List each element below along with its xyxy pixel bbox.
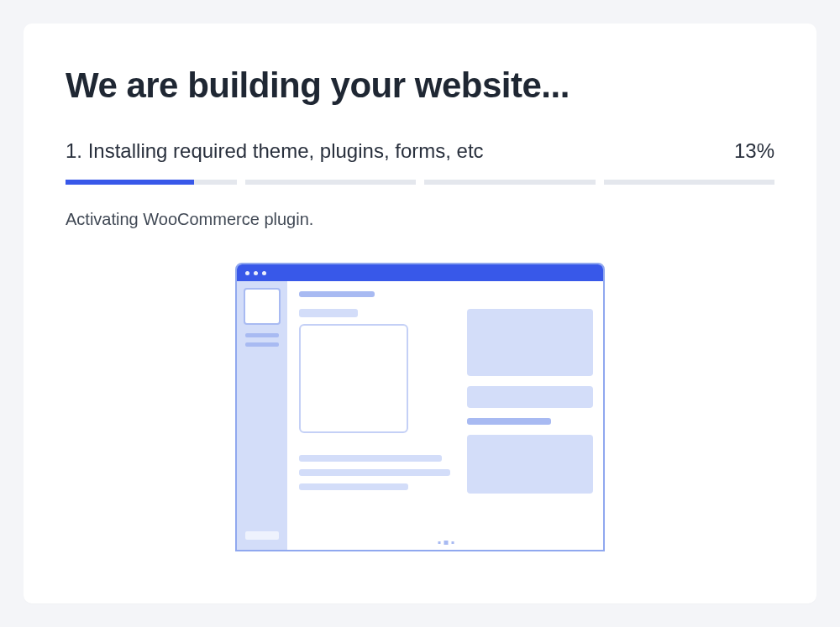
mock-text-line	[299, 455, 442, 462]
mock-content-left	[299, 309, 450, 498]
progress-segment-1	[66, 180, 237, 185]
mock-sidebar	[237, 281, 287, 550]
window-dot-icon	[245, 271, 249, 275]
progress-segment-3	[424, 180, 596, 185]
progress-bar	[66, 180, 774, 185]
mock-main	[287, 281, 605, 550]
status-message: Activating WooCommerce plugin.	[66, 210, 774, 229]
page-title: We are building your website...	[66, 65, 774, 106]
mock-text-line	[299, 469, 450, 476]
mock-sidebar-line	[245, 342, 279, 347]
build-progress-card: We are building your website... 1. Insta…	[24, 24, 816, 603]
mock-content-right	[467, 309, 593, 498]
mock-sidebar-footer	[245, 531, 279, 540]
step-row: 1. Installing required theme, plugins, f…	[66, 139, 774, 163]
mock-image-placeholder	[299, 324, 408, 433]
mock-text-line	[467, 418, 551, 425]
mock-window-titlebar	[237, 264, 603, 281]
window-dot-icon	[254, 271, 258, 275]
step-percent: 13%	[734, 139, 774, 163]
mock-widget	[467, 309, 593, 376]
progress-fill	[66, 180, 194, 185]
progress-segment-4	[604, 180, 775, 185]
mock-widget	[467, 386, 593, 408]
mock-window-body	[237, 281, 603, 550]
mock-text-line	[299, 483, 408, 490]
mock-avatar	[244, 288, 281, 325]
mock-sidebar-line	[245, 333, 279, 337]
mock-heading	[299, 309, 358, 317]
illustration	[66, 263, 774, 570]
mock-pagination-dots	[438, 541, 454, 545]
mock-widget	[467, 435, 593, 494]
window-dot-icon	[262, 271, 266, 275]
website-preview-illustration	[235, 263, 605, 551]
step-label: 1. Installing required theme, plugins, f…	[66, 139, 484, 163]
mock-nav-item	[299, 291, 375, 297]
progress-segment-2	[245, 180, 417, 185]
